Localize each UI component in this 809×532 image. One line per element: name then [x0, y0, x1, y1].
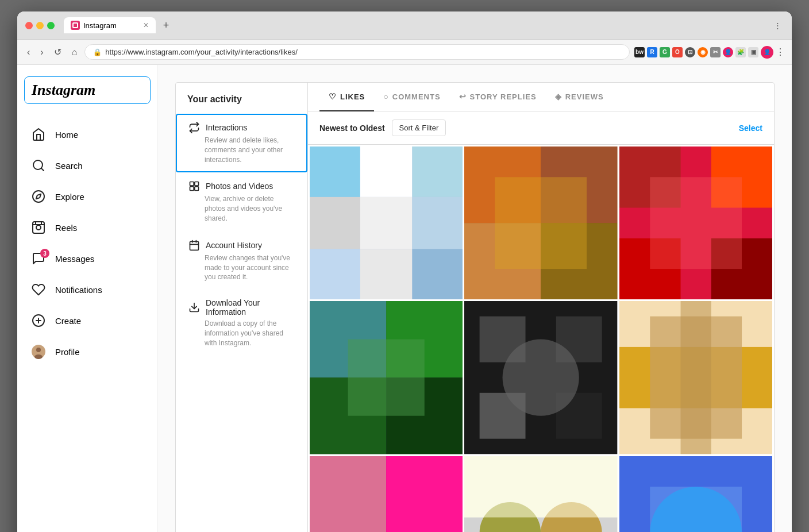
instagram-logo: Instagram [24, 76, 151, 104]
activity-item-interactions[interactable]: Interactions Review and delete likes, co… [176, 114, 307, 172]
tab-comments-label: Comments [392, 92, 441, 101]
tab-favicon [71, 21, 80, 30]
svg-marker-3 [36, 194, 41, 199]
activity-item-account-history[interactable]: Account History Review changes that you'… [176, 232, 307, 290]
home-label: Home [55, 130, 78, 140]
create-label: Create [55, 316, 81, 326]
ext-user-icon[interactable]: 👤 [761, 46, 773, 59]
sort-filter-button[interactable]: Sort & Filter [392, 119, 446, 136]
svg-point-60 [503, 340, 579, 416]
browser-kebab-menu[interactable]: ⋮ [776, 47, 785, 57]
sidebar-item-messages[interactable]: 3 Messages [24, 244, 151, 273]
activity-menu: Your activity [176, 83, 308, 532]
ext-gray-icon[interactable]: ⊡ [685, 47, 695, 57]
svg-rect-20 [190, 187, 194, 191]
activity-layout: Your activity [175, 82, 775, 532]
close-button[interactable] [25, 22, 33, 29]
reviews-icon: ◈ [555, 92, 562, 101]
download-desc: Download a copy of the information you'v… [188, 319, 295, 348]
grid-item[interactable] [310, 301, 463, 454]
photos-videos-desc: View, archive or delete photos and video… [188, 194, 295, 223]
ext-avatar-icon[interactable]: 👤 [723, 47, 733, 57]
browser-nav: ‹ › ↺ ⌂ 🔒 https://www.instagram.com/your… [17, 40, 792, 65]
interactions-title: Interactions [206, 123, 247, 132]
address-bar[interactable]: 🔒 https://www.instagram.com/your_activit… [84, 44, 630, 60]
photos-videos-header: Photos and Videos [188, 180, 295, 192]
svg-point-2 [33, 191, 44, 202]
account-history-desc: Review changes that you've made to your … [188, 253, 295, 282]
svg-rect-64 [680, 301, 711, 454]
svg-point-13 [36, 348, 41, 352]
sidebar-item-home[interactable]: Home [24, 120, 151, 149]
interactions-desc: Review and delete likes, comments and yo… [188, 136, 295, 164]
svg-rect-30 [412, 147, 463, 197]
ext-blue-icon[interactable]: R [647, 47, 657, 57]
ext-sidebar-icon[interactable]: ▣ [748, 47, 758, 57]
grid-item[interactable] [310, 147, 463, 299]
tab-comments[interactable]: ○ Comments [374, 83, 449, 111]
ext-puzzle-icon[interactable]: 🧩 [735, 47, 746, 57]
grid-item[interactable] [619, 147, 772, 299]
activity-item-photos-videos[interactable]: Photos and Videos View, archive or delet… [176, 172, 307, 231]
create-icon [31, 313, 46, 328]
grid-item[interactable] [464, 456, 617, 532]
messages-badge: 3 [40, 249, 49, 258]
sidebar-item-explore[interactable]: Explore [24, 182, 151, 211]
account-history-icon [188, 240, 200, 251]
ext-green-icon[interactable]: G [660, 47, 670, 57]
tab-likes[interactable]: ♡ Likes [319, 83, 374, 111]
sidebar-item-profile[interactable]: Profile [24, 337, 151, 366]
lock-icon: 🔒 [93, 48, 102, 56]
main-content: Your activity [158, 65, 792, 532]
notifications-icon [31, 282, 46, 297]
sidebar-item-notifications[interactable]: Notifications [24, 275, 151, 304]
svg-rect-34 [310, 249, 360, 299]
grid-item[interactable] [619, 301, 772, 454]
search-icon [31, 158, 46, 173]
minimize-button[interactable] [36, 22, 44, 29]
toolbar-actions: bw R G O ⊡ ◉ ✂ 👤 🧩 ▣ 👤 ⋮ [634, 46, 785, 59]
tab-story-replies[interactable]: ↩ Story Replies [450, 83, 546, 111]
svg-rect-32 [360, 197, 413, 249]
svg-point-5 [36, 225, 41, 230]
account-history-title: Account History [206, 241, 262, 250]
sidebar-item-create[interactable]: Create [24, 306, 151, 335]
messages-label: Messages [55, 254, 94, 264]
ext-orange-icon[interactable]: ◉ [698, 47, 708, 57]
svg-point-14 [34, 354, 43, 359]
svg-rect-19 [195, 182, 199, 186]
tab-reviews[interactable]: ◈ Reviews [546, 83, 613, 111]
forward-button[interactable]: › [37, 46, 46, 59]
activity-content: ♡ Likes ○ Comments ↩ Story Replies [308, 83, 774, 532]
sort-bar: Newest to Oldest Sort & Filter Select [308, 111, 774, 145]
grid-item[interactable] [464, 147, 617, 299]
tab-likes-label: Likes [340, 92, 365, 101]
svg-rect-66 [310, 456, 386, 532]
tab-story-replies-label: Story Replies [470, 92, 537, 101]
maximize-button[interactable] [47, 22, 55, 29]
sidebar: Instagram Home [17, 65, 158, 532]
tab-bar: Instagram ✕ + [64, 17, 766, 33]
reload-button[interactable]: ↺ [51, 45, 64, 59]
select-button[interactable]: Select [739, 124, 762, 133]
home-nav-button[interactable]: ⌂ [69, 46, 80, 59]
ext-bw-icon[interactable]: bw [634, 47, 645, 57]
svg-rect-67 [386, 456, 463, 532]
active-tab[interactable]: Instagram ✕ [64, 17, 156, 33]
svg-rect-18 [190, 182, 194, 186]
grid-item[interactable] [310, 456, 463, 532]
browser-menu-button[interactable]: ⋮ [771, 19, 784, 32]
grid-item[interactable] [464, 301, 617, 454]
grid-item[interactable] [619, 456, 772, 532]
explore-label: Explore [55, 192, 84, 202]
sidebar-item-reels[interactable]: Reels [24, 213, 151, 242]
back-button[interactable]: ‹ [24, 46, 33, 59]
tab-close-button[interactable]: ✕ [143, 21, 149, 29]
ext-clip-icon[interactable]: ✂ [710, 47, 721, 57]
svg-rect-35 [360, 249, 413, 299]
ext-red-icon[interactable]: O [672, 47, 683, 57]
new-tab-button[interactable]: + [159, 18, 173, 32]
activity-item-download[interactable]: Download Your Information Download a cop… [176, 290, 307, 356]
sidebar-item-search[interactable]: Search [24, 151, 151, 180]
explore-icon [31, 189, 46, 204]
